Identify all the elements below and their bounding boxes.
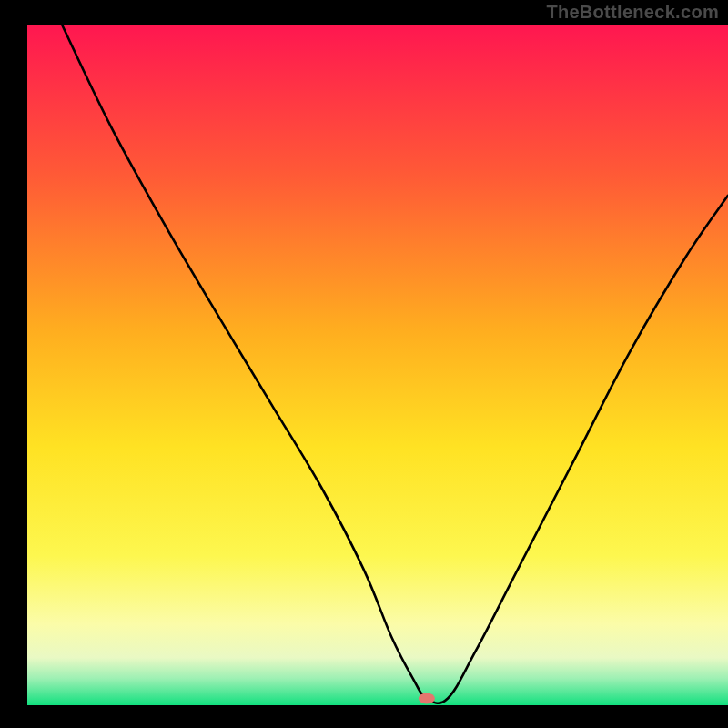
watermark-text: TheBottleneck.com	[546, 2, 719, 23]
chart-frame: TheBottleneck.com	[0, 0, 728, 728]
optimal-point-marker	[419, 693, 435, 704]
bottleneck-chart	[0, 0, 728, 728]
